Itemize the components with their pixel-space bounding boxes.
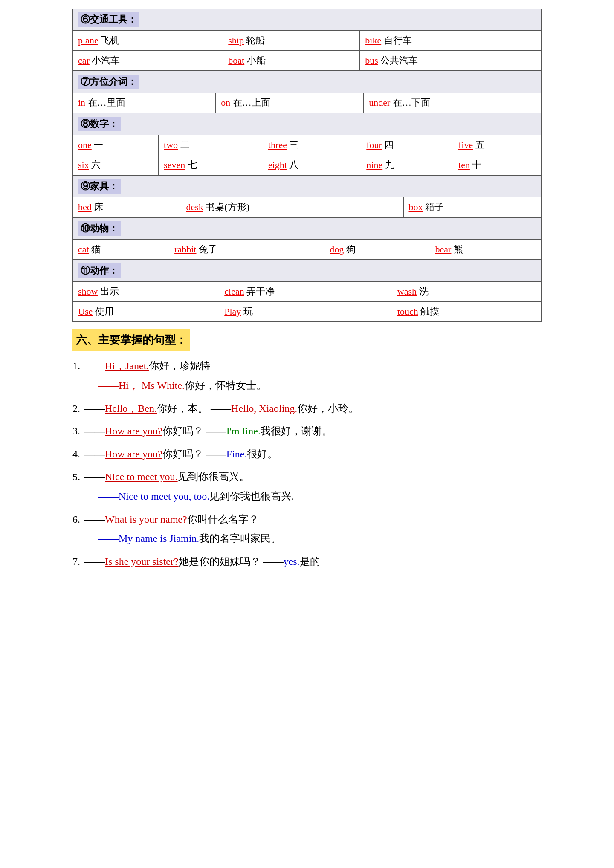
sentence-5-a: ——Nice to meet you, too.见到你我也很高兴. xyxy=(98,487,542,506)
section11-cell-touch: touch 触摸 xyxy=(392,302,541,322)
section7-header-row: ⑦方位介词： xyxy=(73,71,542,93)
section6-header: ⑥交通工具： xyxy=(73,9,542,31)
section8-cell-seven: seven 七 xyxy=(159,155,263,175)
word-show: show xyxy=(78,286,98,297)
section6-table: ⑥交通工具： plane 飞机 ship 轮船 bike 自行车 car 小汽车… xyxy=(72,9,542,71)
section8-cell-ten: ten 十 xyxy=(453,155,542,175)
word-in: in xyxy=(78,97,85,108)
section6-header-row: ⑥交通工具： xyxy=(73,9,542,31)
word-under: under xyxy=(369,97,390,108)
section6-row1: plane 飞机 ship 轮船 bike 自行车 xyxy=(73,31,542,51)
section11-cell-wash: wash 洗 xyxy=(392,282,541,302)
section8-cell-three: three 三 xyxy=(263,135,361,155)
word-two: two xyxy=(164,139,178,150)
section8-label: ⑧数字： xyxy=(78,117,121,131)
section10-cell-bear: bear 熊 xyxy=(430,240,541,260)
sentence-4-a-en: Fine. xyxy=(226,448,247,460)
sentence-4: 4. ——How are you?你好吗？ ——Fine.很好。 xyxy=(72,445,542,464)
word-bus: bus xyxy=(365,55,378,66)
sentence-5: 5. ——Nice to meet you.见到你很高兴。 ——Nice to … xyxy=(72,467,542,506)
sentence-1-num: 1. xyxy=(72,360,80,371)
word-desk: desk xyxy=(186,202,203,212)
section8-cell-eight: eight 八 xyxy=(263,155,361,175)
sentence-4-dash: —— xyxy=(84,448,105,460)
section8-cell-six: six 六 xyxy=(73,155,159,175)
section11-header-row: ⑪动作： xyxy=(73,260,542,282)
sentence-1-a: ——Hi， Ms White.你好，怀特女士。 xyxy=(98,376,542,396)
word-on: on xyxy=(221,97,230,108)
sentence-1-dash: —— xyxy=(84,360,105,371)
section7-label: ⑦方位介词： xyxy=(78,75,139,89)
section10-header: ⑩动物： xyxy=(73,218,542,240)
section8-header: ⑧数字： xyxy=(73,113,542,135)
section10-cell-cat: cat 猫 xyxy=(73,240,169,260)
word-seven: seven xyxy=(164,159,185,170)
sentence-2-q1-zh: 你好，本。 —— xyxy=(157,403,231,414)
section11-header: ⑪动作： xyxy=(73,260,542,282)
section9-header-row: ⑨家具： xyxy=(73,176,542,197)
section8-row1: one 一 two 二 three 三 four 四 five 五 xyxy=(73,135,542,155)
section7-header: ⑦方位介词： xyxy=(73,71,542,93)
word-five: five xyxy=(458,139,473,150)
section8-cell-nine: nine 九 xyxy=(361,155,453,175)
section7-cell-in: in 在…里面 xyxy=(73,93,216,113)
sentence-7-q-en: Is she your sister? xyxy=(105,556,179,567)
sentence-6-q-zh: 你叫什么名字？ xyxy=(187,514,259,525)
word-three: three xyxy=(268,139,287,150)
section7-row1: in 在…里面 on 在…上面 under 在…下面 xyxy=(73,93,542,113)
section9-table: ⑨家具： bed 床 desk 书桌(方形) box 箱子 xyxy=(72,175,542,217)
sentence-3-a-en: I'm fine. xyxy=(226,425,261,437)
sentence-4-q-zh: 你好吗？ —— xyxy=(162,448,226,460)
sentence-6-a-en: ——My name is Jiamin. xyxy=(98,533,199,544)
word-dog: dog xyxy=(330,244,344,255)
sentence-7: 7. ——Is she your sister?她是你的姐妹吗？ ——yes.是… xyxy=(72,552,542,572)
sentence-6-dash: —— xyxy=(84,514,105,525)
sentence-6-q-en: What is your name? xyxy=(105,514,187,525)
section6-cell-ship: ship 轮船 xyxy=(223,31,360,51)
word-cat: cat xyxy=(78,244,89,255)
sentence-7-a-en: yes. xyxy=(284,556,300,567)
section9-cell-box: box 箱子 xyxy=(403,197,541,217)
sentence-3: 3. ——How are you?你好吗？ ——I'm fine.我很好，谢谢。 xyxy=(72,422,542,441)
section11-cell-clean: clean 弄干净 xyxy=(219,282,392,302)
section6-label: ⑥交通工具： xyxy=(78,12,139,27)
section11-row1: show 出示 clean 弄干净 wash 洗 xyxy=(73,282,542,302)
sentences-title: 六、主要掌握的句型： xyxy=(72,329,542,356)
section11-cell-show: show 出示 xyxy=(73,282,219,302)
sentence-1-a-en: ——Hi， Ms White. xyxy=(98,380,185,391)
word-use: Use xyxy=(78,306,93,317)
sentence-2: 2. ——Hello，Ben.你好，本。 ——Hello, Xiaoling.你… xyxy=(72,399,542,419)
section9-row1: bed 床 desk 书桌(方形) box 箱子 xyxy=(73,197,542,217)
word-rabbit: rabbit xyxy=(174,244,196,255)
section6-row2: car 小汽车 boat 小船 bus 公共汽车 xyxy=(73,51,542,71)
section9-header: ⑨家具： xyxy=(73,176,542,197)
section6-cell-car: car 小汽车 xyxy=(73,51,223,71)
word-clean: clean xyxy=(224,286,244,297)
sentence-2-num: 2. xyxy=(72,403,80,414)
section6-cell-boat: boat 小船 xyxy=(223,51,360,71)
sentence-7-dash: —— xyxy=(84,556,105,567)
section9-cell-desk: desk 书桌(方形) xyxy=(181,197,403,217)
word-bear: bear xyxy=(435,244,452,255)
sentence-1-q-en: Hi，Janet. xyxy=(105,360,149,371)
section8-cell-one: one 一 xyxy=(73,135,159,155)
sentence-6-a-zh: 我的名字叫家民。 xyxy=(199,533,281,544)
sentence-7-num: 7. xyxy=(72,556,80,567)
word-bed: bed xyxy=(78,202,92,212)
sentence-6-num: 6. xyxy=(72,514,80,525)
sentence-6-a: ——My name is Jiamin.我的名字叫家民。 xyxy=(98,529,542,549)
section11-cell-play: Play 玩 xyxy=(219,302,392,322)
sentence-5-a-en: ——Nice to meet you, too. xyxy=(98,491,209,502)
sentence-1: 1. ——Hi，Janet.你好，珍妮特 ——Hi， Ms White.你好，怀… xyxy=(72,356,542,395)
word-bike: bike xyxy=(365,35,381,46)
section8-row2: six 六 seven 七 eight 八 nine 九 ten 十 xyxy=(73,155,542,175)
sentence-3-dash: —— xyxy=(84,425,105,437)
sentence-7-q-zh: 她是你的姐妹吗？ —— xyxy=(179,556,284,567)
section10-header-row: ⑩动物： xyxy=(73,218,542,240)
section11-table: ⑪动作： show 出示 clean 弄干净 wash 洗 Use 使用 Pla… xyxy=(72,260,542,322)
sentence-5-num: 5. xyxy=(72,471,80,482)
sentence-4-num: 4. xyxy=(72,448,80,460)
section10-row1: cat 猫 rabbit 兔子 dog 狗 bear 熊 xyxy=(73,240,542,260)
section10-table: ⑩动物： cat 猫 rabbit 兔子 dog 狗 bear 熊 xyxy=(72,217,542,260)
section8-header-row: ⑧数字： xyxy=(73,113,542,135)
